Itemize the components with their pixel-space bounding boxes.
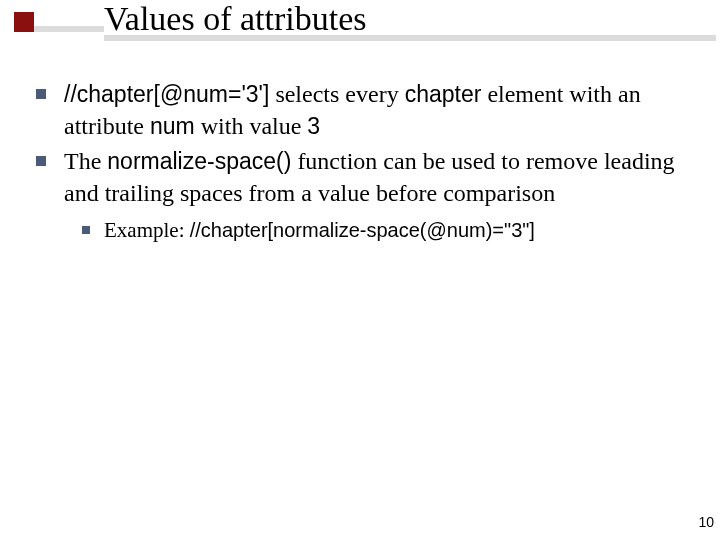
sub-bullet-1-text: Example: //chapter[normalize-space(@num)… [104, 216, 535, 244]
bullet-1-frag3: with value [195, 113, 308, 139]
code-normalize-space: normalize-space() [107, 148, 291, 174]
code-num: num [150, 113, 195, 139]
bullet-2-text: The normalize-space() function can be us… [64, 145, 690, 210]
bullet-item-1: //chapter[@num='3'] selects every chapte… [36, 78, 690, 143]
square-sub-bullet-icon [82, 226, 90, 234]
code-xpath-1: //chapter[@num='3'] [64, 81, 269, 107]
bullet-item-2: The normalize-space() function can be us… [36, 145, 690, 210]
page-number: 10 [698, 514, 714, 530]
bullet-1-frag1: selects every [269, 81, 404, 107]
square-bullet-icon [36, 156, 46, 166]
example-label: Example: [104, 218, 190, 242]
header-accent [14, 12, 34, 32]
bullet-2-frag1: The [64, 148, 107, 174]
square-bullet-icon [36, 89, 46, 99]
header-rule-left [34, 26, 104, 32]
sub-bullet-item-1: Example: //chapter[normalize-space(@num)… [82, 216, 690, 244]
code-3: 3 [307, 113, 320, 139]
page-title: Values of attributes [104, 0, 720, 37]
code-chapter: chapter [405, 81, 482, 107]
bullet-1-text: //chapter[@num='3'] selects every chapte… [64, 78, 690, 143]
code-example-xpath: //chapter[normalize-space(@num)="3"] [190, 219, 535, 241]
title-block: Values of attributes [104, 0, 720, 41]
header-red-square [14, 12, 34, 32]
content-area: //chapter[@num='3'] selects every chapte… [36, 78, 690, 244]
